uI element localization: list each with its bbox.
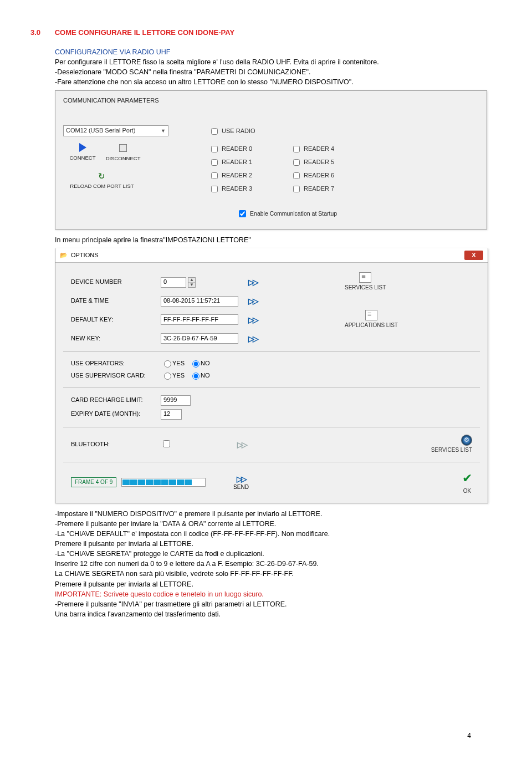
com-port-combo[interactable]: COM12 (USB Serial Port) ▼ xyxy=(63,125,168,136)
instr-line: La CHIAVE SEGRETA non sarà più visibile,… xyxy=(55,569,502,579)
default-key-input[interactable]: FF-FF-FF-FF-FF-FF xyxy=(161,314,238,325)
instr-line: -La "CHIAVE SEGRETA" protegge le CARTE d… xyxy=(55,549,502,559)
reload-com-button[interactable]: RELOAD COM PORT LIST xyxy=(63,172,141,190)
use-supervisor-radio[interactable]: YES NO xyxy=(161,371,210,380)
bluetooth-label: BLUETOOTH: xyxy=(68,433,157,456)
send-datetime-button[interactable]: ▷▷ xyxy=(245,295,260,307)
bt-services-list-label: SERVICES LIST xyxy=(431,447,472,453)
reader-4[interactable]: READER 4 xyxy=(291,144,334,154)
applications-list-label: APPLICATIONS LIST xyxy=(345,322,398,330)
reader-7[interactable]: READER 7 xyxy=(291,184,334,194)
after-panel-line: In menu principale aprire la finestra"IM… xyxy=(55,235,502,245)
disconnect-label: DISCONNECT xyxy=(106,155,141,161)
datetime-label: DATE & TIME xyxy=(68,294,157,308)
play-icon xyxy=(79,143,86,152)
instr-line: -Premere il pulsante "INVIA" per trasmet… xyxy=(55,599,502,609)
sub-heading: CONFIGURAZIONE VIA RADIO UHF xyxy=(55,47,502,57)
progress-bar xyxy=(121,478,206,487)
com-port-value: COM12 (USB Serial Port) xyxy=(66,126,135,135)
chevron-down-icon: ▼ xyxy=(161,128,166,135)
stop-icon xyxy=(119,144,127,152)
close-icon[interactable]: X xyxy=(464,251,483,260)
instr-line: -Premere il pulsante per inviare la "DAT… xyxy=(55,519,502,529)
instr-line: Una barra indica l'avanzamento del trasf… xyxy=(55,609,502,619)
instruction-block: -Impostare il "NUMERO DISPOSITIVO" e pre… xyxy=(55,509,502,619)
send-all-button[interactable]: ▷▷ xyxy=(233,473,249,485)
instr-line: -Impostare il "NUMERO DISPOSITIVO" e pre… xyxy=(55,509,502,519)
use-radio-label: USE RADIO xyxy=(222,127,255,136)
ok-label: OK xyxy=(462,487,472,496)
page-number: 4 xyxy=(467,731,471,741)
frame-counter: FRAME 4 OF 9 xyxy=(71,477,116,488)
send-default-key-button[interactable]: ▷▷ xyxy=(245,314,260,325)
intro-line-1: Per configurare il LETTORE fisso la scel… xyxy=(55,57,502,67)
reader-1[interactable]: READER 1 xyxy=(209,157,252,167)
section-number: 3.0 xyxy=(30,28,53,38)
reload-icon xyxy=(97,172,107,180)
gear-icon[interactable]: ⚙ xyxy=(461,435,472,446)
services-list-icon[interactable] xyxy=(359,272,371,283)
recharge-limit-label: CARD RECHARGE LIMIT: xyxy=(68,394,157,407)
reload-label: RELOAD COM PORT LIST xyxy=(70,183,134,189)
intro-line-2: -Deselezionare "MODO SCAN" nella finestr… xyxy=(55,67,502,77)
send-bluetooth-button[interactable]: ▷▷ xyxy=(234,439,249,450)
expiry-input[interactable]: 12 xyxy=(161,409,182,420)
device-number-spinner[interactable]: ▲▼ xyxy=(188,277,196,288)
use-operators-radio[interactable]: YES NO xyxy=(161,359,210,368)
new-key-input[interactable]: 3C-26-D9-67-FA-59 xyxy=(161,333,238,344)
recharge-limit-input[interactable]: 9999 xyxy=(161,395,191,406)
use-supervisor-label: USE SUPERVISOR CARD: xyxy=(68,370,157,382)
default-key-label: DEFAULT KEY: xyxy=(68,308,157,332)
services-list-label: SERVICES LIST xyxy=(345,284,386,292)
reader-5[interactable]: READER 5 xyxy=(291,157,334,167)
reader-0[interactable]: READER 0 xyxy=(209,144,252,154)
instr-line: -La "CHIAVE DEFAULT" e' impostata con il… xyxy=(55,529,502,539)
intro-line-3: -Fare attenzione che non sia acceso un a… xyxy=(55,77,502,87)
options-titlebar: 📂 OPTIONS X xyxy=(55,248,488,263)
device-number-label: DEVICE NUMBER xyxy=(68,271,157,294)
options-panel: 📂 OPTIONS X DEVICE NUMBER 0 ▲▼ ▷▷ SERVIC… xyxy=(55,248,488,503)
instr-line-important: IMPORTANTE: Scrivete questo codice e ten… xyxy=(55,589,502,599)
send-device-number-button[interactable]: ▷▷ xyxy=(245,277,260,288)
instr-line: Premere il pulsante per inviarla al LETT… xyxy=(55,539,502,549)
use-radio-checkbox[interactable]: USE RADIO xyxy=(209,126,447,136)
device-number-input[interactable]: 0 xyxy=(161,277,186,288)
reader-6[interactable]: READER 6 xyxy=(291,171,334,181)
connect-button[interactable]: CONNECT xyxy=(63,143,102,162)
options-folder-icon: 📂 xyxy=(60,251,68,260)
instr-line: Inserire 12 cifre con numeri da 0 to 9 e… xyxy=(55,559,502,569)
reader-3[interactable]: READER 3 xyxy=(209,184,252,194)
send-all-label: SEND xyxy=(222,483,260,492)
comm-parameters-panel: COMMUNICATION PARAMETERS COM12 (USB Seri… xyxy=(55,90,487,230)
use-operators-label: USE OPERATORS: xyxy=(68,358,157,370)
enable-startup-checkbox[interactable]: Enable Communication at Startup xyxy=(237,208,447,219)
ok-check-icon[interactable]: ✔ xyxy=(462,470,472,487)
expiry-label: EXPIRY DATE (MONTH): xyxy=(68,407,157,421)
datetime-input[interactable]: 08-08-2015 11:57:21 xyxy=(161,296,238,307)
reader-2[interactable]: READER 2 xyxy=(209,171,252,181)
instr-line: Premere il pulsante per inviarla al LETT… xyxy=(55,579,502,589)
comm-panel-title: COMMUNICATION PARAMETERS xyxy=(63,96,479,105)
section-title: COME CONFIGURARE IL LETTORE CON IDONE-PA… xyxy=(55,28,235,37)
disconnect-button[interactable]: DISCONNECT xyxy=(104,143,142,162)
options-title: OPTIONS xyxy=(71,251,99,260)
bluetooth-checkbox[interactable] xyxy=(163,440,170,447)
connect-label: CONNECT xyxy=(70,155,96,161)
enable-startup-label: Enable Communication at Startup xyxy=(250,210,337,218)
send-new-key-button[interactable]: ▷▷ xyxy=(245,333,260,344)
applications-list-icon[interactable] xyxy=(365,310,377,320)
section-heading: 3.0 COME CONFIGURARE IL LETTORE CON IDON… xyxy=(30,28,502,38)
new-key-label: NEW KEY: xyxy=(68,332,157,346)
